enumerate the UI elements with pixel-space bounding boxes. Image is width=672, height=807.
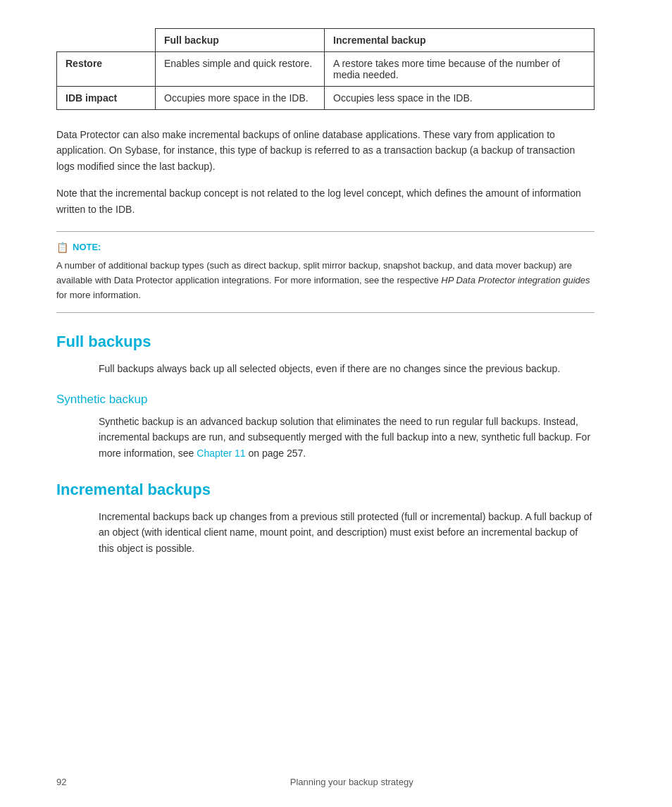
footer-page-text: Planning your backup strategy (108, 777, 595, 787)
note-box: 📋 NOTE: A number of additional backup ty… (56, 231, 595, 313)
table-cell-restore-full: Enables simple and quick restore. (156, 52, 325, 87)
full-backups-content: Full backups always back up all selected… (56, 361, 595, 376)
footer-page-number: 92 (56, 777, 66, 787)
table-cell-idb-full: Occupies more space in the IDB. (156, 87, 325, 110)
body-paragraph-1: Data Protector can also make incremental… (56, 127, 595, 174)
page: Full backup Incremental backup Restore E… (0, 0, 672, 807)
note-italic-text: HP Data Protector integration guides (441, 275, 590, 285)
note-icon: 📋 (56, 242, 68, 253)
synthetic-content: Synthetic backup is an advanced backup s… (56, 414, 595, 461)
comparison-table: Full backup Incremental backup Restore E… (56, 28, 595, 110)
body-paragraph-2: Note that the incremental backup concept… (56, 185, 595, 217)
full-backups-body: Full backups always back up all selected… (99, 361, 595, 376)
chapter-11-link[interactable]: Chapter 11 (197, 448, 245, 459)
table-cell-restore-incremental: A restore takes more time because of the… (325, 52, 595, 87)
table-header-full-backup: Full backup (156, 29, 325, 52)
incremental-body: Incremental backups back up changes from… (99, 509, 595, 556)
table-row: Restore Enables simple and quick restore… (57, 52, 595, 87)
section-heading-incremental: Incremental backups (56, 481, 595, 499)
incremental-content: Incremental backups back up changes from… (56, 509, 595, 556)
section-heading-synthetic: Synthetic backup (56, 393, 595, 407)
footer: 92 Planning your backup strategy (56, 777, 595, 787)
synthetic-text-before-link: Synthetic backup is an advanced backup s… (99, 416, 590, 459)
synthetic-text-after-link: on page 257. (246, 448, 306, 459)
table-row: IDB impact Occupies more space in the ID… (57, 87, 595, 110)
note-text-after-italic: for more information. (56, 290, 141, 300)
synthetic-body: Synthetic backup is an advanced backup s… (99, 414, 595, 461)
table-header-incremental-backup: Incremental backup (325, 29, 595, 52)
note-label: 📋 NOTE: (56, 242, 595, 253)
note-label-text: NOTE: (73, 242, 101, 252)
note-text: A number of additional backup types (suc… (56, 259, 595, 302)
table-cell-idb-label: IDB impact (57, 87, 156, 110)
section-heading-full-backups: Full backups (56, 333, 595, 351)
table-cell-idb-incremental: Occupies less space in the IDB. (325, 87, 595, 110)
table-header-empty (57, 29, 156, 52)
table-cell-restore-label: Restore (57, 52, 156, 87)
